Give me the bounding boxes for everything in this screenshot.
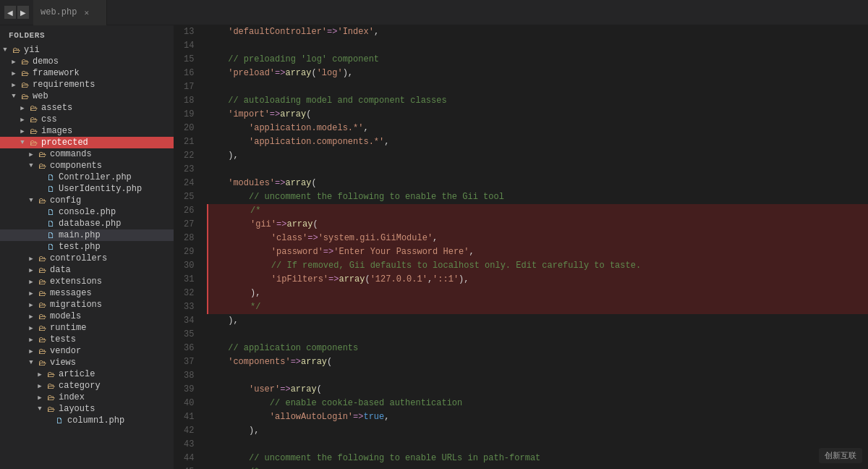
code-line: 'application.components.*', xyxy=(207,135,868,149)
tree-icon: 🗁 xyxy=(36,312,48,321)
tree-item-protected[interactable]: ▼🗁protected xyxy=(0,137,174,148)
tree-item-main.php[interactable]: 🗋main.php xyxy=(0,229,174,241)
line-number: 42 xyxy=(184,424,194,438)
tree-item-demos[interactable]: ▶🗁demos xyxy=(0,56,174,67)
sidebar-header: FOLDERS xyxy=(0,28,174,44)
tree-arrow: ▶ xyxy=(35,394,45,402)
tree-item-controllers[interactable]: ▶🗁controllers xyxy=(0,253,174,264)
tree-icon: 🗋 xyxy=(45,173,56,182)
tab-web.php[interactable]: web.php✕ xyxy=(33,0,107,25)
tree-item-vendor[interactable]: ▶🗁vendor xyxy=(0,345,174,357)
tree-item-database.php[interactable]: 🗋database.php xyxy=(0,218,174,229)
tree-label: framework xyxy=(33,68,80,78)
tree-item-views[interactable]: ▼🗁views xyxy=(0,357,174,368)
tree-icon: 🗁 xyxy=(36,335,48,345)
tree-icon: 🗁 xyxy=(10,46,22,55)
tree-arrow: ▶ xyxy=(26,301,36,309)
tree-item-extensions[interactable]: ▶🗁extensions xyxy=(0,276,174,287)
code-line: /* xyxy=(207,204,868,218)
tree-label: column1.php xyxy=(67,415,124,426)
code-line: // uncomment the following to enable the… xyxy=(207,190,868,204)
tree-label: data xyxy=(50,265,71,275)
tree-label: models xyxy=(50,311,81,321)
tree-item-console.php[interactable]: 🗋console.php xyxy=(0,206,174,218)
tab-close-web.php[interactable]: ✕ xyxy=(84,8,89,17)
tree-label: category xyxy=(59,381,101,391)
tab-prev-button[interactable]: ◀ xyxy=(4,6,16,19)
line-number: 32 xyxy=(184,287,194,300)
tree-icon: 🗁 xyxy=(36,289,48,298)
tree-label: images xyxy=(41,126,72,136)
main-layout: FOLDERS ▼🗁yii▶🗁demos▶🗁framework▶🗁require… xyxy=(0,25,868,469)
tree-item-messages[interactable]: ▶🗁messages xyxy=(0,287,174,299)
tree-item-framework[interactable]: ▶🗁framework xyxy=(0,67,174,79)
code-line xyxy=(207,438,868,452)
line-number: 43 xyxy=(184,438,194,452)
tree-item-column1.php[interactable]: 🗋column1.php xyxy=(0,415,174,426)
tree-label: requirements xyxy=(33,80,95,90)
line-number: 30 xyxy=(184,259,194,273)
tree-item-article[interactable]: ▶🗁article xyxy=(0,368,174,380)
tree-arrow: ▶ xyxy=(26,255,36,263)
line-number: 39 xyxy=(184,383,194,397)
tree-item-images[interactable]: ▶🗁images xyxy=(0,125,174,137)
tree-arrow: ▶ xyxy=(9,81,19,89)
tree-label: layouts xyxy=(59,404,95,414)
line-number: 13 xyxy=(184,25,194,39)
tree-item-components[interactable]: ▼🗁components xyxy=(0,160,174,172)
code-line xyxy=(207,163,868,177)
tree-item-web[interactable]: ▼🗁web xyxy=(0,90,174,102)
tree-arrow: ▼ xyxy=(35,405,45,413)
tree-item-category[interactable]: ▶🗁category xyxy=(0,380,174,392)
tree-arrow: ▶ xyxy=(26,266,36,274)
tree-item-tests[interactable]: ▶🗁tests xyxy=(0,334,174,345)
code-line: 'ipFilters'=>array('127.0.0.1','::1'), xyxy=(207,273,868,287)
tree-item-css[interactable]: ▶🗁css xyxy=(0,114,174,125)
line-number: 34 xyxy=(184,314,194,328)
code-line: 'import'=>array( xyxy=(207,108,868,122)
tree-icon: 🗋 xyxy=(45,219,56,229)
tree-icon: 🗁 xyxy=(45,370,56,379)
code-line: 'application.models.*', xyxy=(207,122,868,135)
tree-arrow: ▶ xyxy=(35,382,45,390)
tree-label: demos xyxy=(33,56,59,67)
tree-item-assets[interactable]: ▶🗁assets xyxy=(0,102,174,114)
tree-label: controllers xyxy=(50,253,107,263)
code-line: ), xyxy=(207,287,868,300)
tree-item-data[interactable]: ▶🗁data xyxy=(0,264,174,276)
line-number: 40 xyxy=(184,397,194,410)
tree-label: protected xyxy=(41,138,88,148)
code-line: // uncomment the following to enable URL… xyxy=(207,452,868,465)
tree-arrow: ▼ xyxy=(26,359,36,366)
tree-item-migrations[interactable]: ▶🗁migrations xyxy=(0,299,174,310)
tree-arrow: ▶ xyxy=(26,290,36,297)
tree-item-requirements[interactable]: ▶🗁requirements xyxy=(0,79,174,90)
code-line: 'preload'=>array('log'), xyxy=(207,67,868,80)
tree-item-layouts[interactable]: ▼🗁layouts xyxy=(0,403,174,415)
tree-item-models[interactable]: ▶🗁models xyxy=(0,310,174,322)
tree-item-yii[interactable]: ▼🗁yii xyxy=(0,44,174,56)
tree-item-Controller.php[interactable]: 🗋Controller.php xyxy=(0,172,174,183)
tree-item-config[interactable]: ▼🗁config xyxy=(0,195,174,206)
tab-next-button[interactable]: ▶ xyxy=(17,6,29,19)
tree-arrow: ▶ xyxy=(26,313,36,321)
tree-item-commands[interactable]: ▶🗁commands xyxy=(0,148,174,160)
code-line xyxy=(207,369,868,383)
tree-label: messages xyxy=(50,288,92,298)
line-number: 33 xyxy=(184,300,194,314)
line-number: 38 xyxy=(184,369,194,383)
line-number: 17 xyxy=(184,80,194,94)
line-number: 27 xyxy=(184,218,194,232)
code-line: 'password'=>'Enter Your Password Here', xyxy=(207,245,868,259)
tree-item-test.php[interactable]: 🗋test.php xyxy=(0,241,174,253)
watermark: 创新互联 xyxy=(819,448,862,463)
tree-icon: 🗁 xyxy=(36,277,48,287)
tree-icon: 🗁 xyxy=(19,92,30,101)
tree-item-UserIdentity.php[interactable]: 🗋UserIdentity.php xyxy=(0,183,174,195)
tree-icon: 🗁 xyxy=(36,358,48,368)
tree-item-runtime[interactable]: ▶🗁runtime xyxy=(0,322,174,334)
line-number: 14 xyxy=(184,39,194,53)
tree-container: ▼🗁yii▶🗁demos▶🗁framework▶🗁requirements▼🗁w… xyxy=(0,44,174,426)
tree-item-index[interactable]: ▶🗁index xyxy=(0,392,174,403)
tree-icon: 🗁 xyxy=(36,324,48,333)
